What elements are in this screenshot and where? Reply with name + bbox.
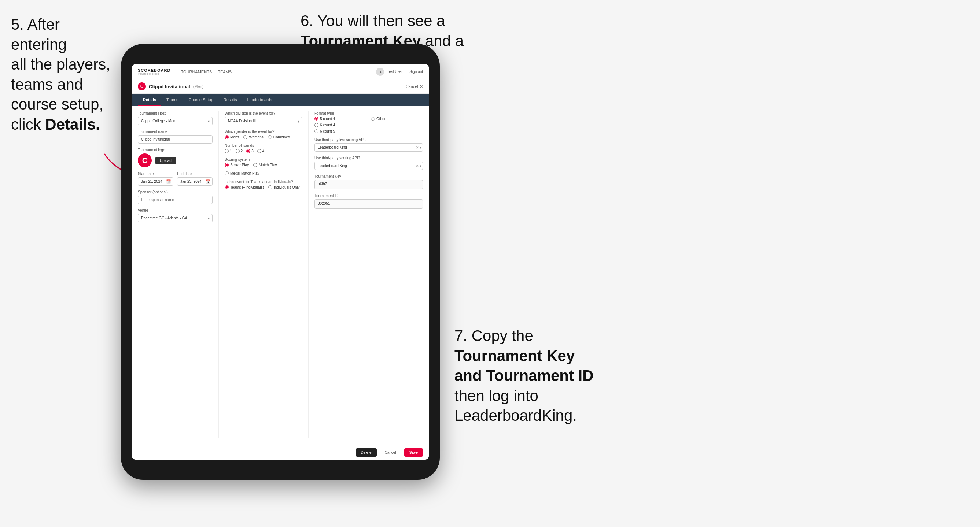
nav-teams[interactable]: TEAMS [218,70,232,74]
round-1[interactable]: 1 [225,149,232,153]
teams-label: Is this event for Teams and/or Individua… [225,180,302,184]
api1-select-wrapper: ✕ ▾ [315,143,423,152]
tournament-logo-label: Tournament logo [138,148,213,152]
tablet-screen: SCOREBOARD Powered by clippd TOURNAMENTS… [132,64,429,460]
tablet-frame: SCOREBOARD Powered by clippd TOURNAMENTS… [121,44,440,480]
teams-group: Is this event for Teams and/or Individua… [225,180,302,189]
brand-logo: SCOREBOARD Powered by clippd [138,68,170,75]
top-nav: SCOREBOARD Powered by clippd TOURNAMENTS… [132,64,429,79]
division-select[interactable]: NCAA Division III [225,117,302,125]
calendar-icon-end: 📅 [205,179,210,184]
nav-divider: | [406,70,407,74]
tournament-logo-group: Tournament logo C Upload [138,148,213,167]
gender-group: Which gender is the event for? Mens Wome… [225,130,302,139]
api2-label: Use third-party scoring API? [315,156,423,160]
nav-tournaments[interactable]: TOURNAMENTS [181,70,212,74]
bottom-bar: Delete Cancel Save [132,445,429,460]
tournament-host-select[interactable]: Clippd College - Men [138,117,213,125]
annotation-left: 5. After entering all the players, teams… [11,15,114,135]
gender-mens[interactable]: Mens [225,135,239,139]
api1-clear-icon[interactable]: ✕ [416,146,419,149]
page-subtitle: (Men) [193,84,204,89]
start-date-wrapper: 📅 [138,177,173,186]
api2-clear-icon[interactable]: ✕ [416,164,419,168]
scoring-label: Scoring system [225,157,302,162]
tournament-host-label: Tournament Host [138,111,213,115]
format-type-group: Format type 5 count 4 6 count 4 [315,111,423,133]
format-group: 5 count 4 6 count 4 6 count 5 [315,117,366,133]
format-6count5[interactable]: 6 count 5 [315,129,366,133]
start-date-label: Start date [138,172,173,176]
tournament-host-group: Tournament Host Clippd College - Men [138,111,213,125]
api2-chevron-icon[interactable]: ▾ [420,164,422,168]
api2-group: Use third-party scoring API? ✕ ▾ [315,156,423,170]
right-column: Format type 5 count 4 6 count 4 [308,111,423,438]
user-label: Test User [387,70,402,74]
format-options-container: 5 count 4 6 count 4 6 count 5 [315,117,423,133]
api1-chevron-icon[interactable]: ▾ [420,146,422,149]
middle-column: Which division is the event for? NCAA Di… [218,111,308,438]
sponsor-input[interactable] [138,195,213,204]
venue-select[interactable]: Peachtree GC - Atlanta - GA [138,214,213,222]
scoring-match[interactable]: Match Play [253,163,277,167]
tab-bar: Details Teams Course Setup Results Leade… [132,94,429,106]
format-6count4[interactable]: 6 count 4 [315,123,366,127]
end-date-wrapper: 📅 [177,177,213,186]
tournament-key-value: b#fb7 [315,180,423,189]
rounds-radio-group: 1 2 3 4 [225,149,302,153]
api1-icons: ✕ ▾ [416,146,422,149]
delete-button[interactable]: Delete [356,448,377,457]
tab-leaderboards[interactable]: Leaderboards [242,94,277,106]
tournament-name-input[interactable] [138,135,213,144]
round-4[interactable]: 4 [257,149,265,153]
gender-combined[interactable]: Combined [268,135,290,139]
annotation-bottom-right: 7. Copy the Tournament Key and Tournamen… [455,326,608,426]
api1-group: Use third-party live scoring API? ✕ ▾ [315,138,423,152]
division-select-wrapper: NCAA Division III [225,117,302,125]
tournament-name-group: Tournament name [138,130,213,144]
tab-details[interactable]: Details [138,94,161,106]
start-date-group: Start date 📅 [138,172,173,186]
division-label: Which division is the event for? [225,111,302,115]
scoring-medal[interactable]: Medal Match Play [225,171,259,175]
division-group: Which division is the event for? NCAA Di… [225,111,302,125]
gender-radio-group: Mens Womens Combined [225,135,302,139]
api1-label: Use third-party live scoring API? [315,138,423,142]
format-5count4[interactable]: 5 count 4 [315,117,366,121]
tab-teams[interactable]: Teams [161,94,183,106]
logo-area: C Upload [138,154,213,167]
format-type-label: Format type [315,111,423,115]
clippd-logo: C [138,83,146,90]
scoring-group: Scoring system Stroke Play Match Play [225,157,302,175]
tournament-id-value: 302051 [315,199,423,209]
tab-results[interactable]: Results [218,94,242,106]
tournament-key-label: Tournament Key [315,174,423,178]
format-right-options: Other [371,117,423,133]
rounds-label: Number of rounds [225,144,302,148]
venue-group: Venue Peachtree GC - Atlanta - GA [138,208,213,222]
save-button[interactable]: Save [404,448,423,457]
cancel-header-btn[interactable]: Cancel ✕ [406,84,423,89]
individuals-only[interactable]: Individuals Only [268,185,300,189]
format-other[interactable]: Other [371,117,423,121]
api1-input[interactable] [315,143,423,152]
round-3[interactable]: 3 [246,149,254,153]
brand-sub: Powered by clippd [138,73,170,75]
teams-plus-individuals[interactable]: Teams (+Individuals) [225,185,264,189]
rounds-group: Number of rounds 1 2 3 [225,144,302,153]
tournament-host-select-wrapper: Clippd College - Men [138,117,213,125]
sponsor-label: Sponsor (optional) [138,190,213,194]
page-title-row: C Clippd Invitational (Men) [138,83,204,90]
end-date-group: End date 📅 [177,172,213,186]
cancel-button[interactable]: Cancel [380,448,401,457]
gender-womens[interactable]: Womens [243,135,263,139]
scoring-stroke[interactable]: Stroke Play [225,163,249,167]
api2-input[interactable] [315,162,423,170]
page-title: Clippd Invitational [149,84,190,89]
tournament-key-group: Tournament Key b#fb7 [315,174,423,189]
tab-course-setup[interactable]: Course Setup [183,94,218,106]
format-left-options: 5 count 4 6 count 4 6 count 5 [315,117,366,133]
signout-link[interactable]: Sign out [409,70,423,74]
upload-button[interactable]: Upload [155,157,176,164]
round-2[interactable]: 2 [235,149,243,153]
